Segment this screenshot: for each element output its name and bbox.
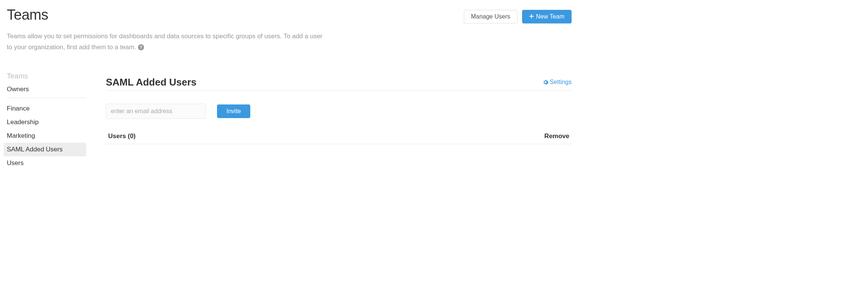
plus-icon: [529, 13, 534, 20]
new-team-button[interactable]: New Team: [522, 10, 572, 23]
manage-users-button[interactable]: Manage Users: [464, 10, 518, 23]
remove-column-header: Remove: [544, 132, 569, 140]
new-team-label: New Team: [536, 13, 564, 20]
sidebar-item-marketing[interactable]: Marketing: [7, 129, 86, 143]
users-column-header: Users (0): [108, 132, 136, 140]
page-description: Teams allow you to set permissions for d…: [7, 31, 324, 53]
help-icon[interactable]: ?: [138, 44, 144, 50]
sidebar-item-finance[interactable]: Finance: [7, 102, 86, 115]
invite-button[interactable]: Invite: [217, 104, 250, 118]
sidebar-item-users[interactable]: Users: [7, 156, 86, 170]
users-table-header: Users (0) Remove: [106, 129, 572, 144]
email-input[interactable]: [106, 104, 206, 119]
sidebar-item-leadership[interactable]: Leadership: [7, 115, 86, 129]
sidebar-header: Teams: [7, 70, 86, 83]
gear-icon: [543, 79, 548, 85]
page-title: Teams: [7, 7, 48, 23]
main-panel: SAML Added Users Settings Invite Users (…: [106, 70, 572, 170]
header-buttons: Manage Users New Team: [464, 10, 572, 23]
sidebar-item-saml-added-users[interactable]: SAML Added Users: [4, 143, 86, 156]
settings-link[interactable]: Settings: [543, 79, 572, 86]
team-detail-title: SAML Added Users: [106, 76, 197, 88]
teams-sidebar: Teams Owners Finance Leadership Marketin…: [7, 70, 86, 170]
settings-label: Settings: [550, 79, 572, 86]
sidebar-item-owners[interactable]: Owners: [7, 83, 86, 98]
description-text: Teams allow you to set permissions for d…: [7, 33, 322, 51]
